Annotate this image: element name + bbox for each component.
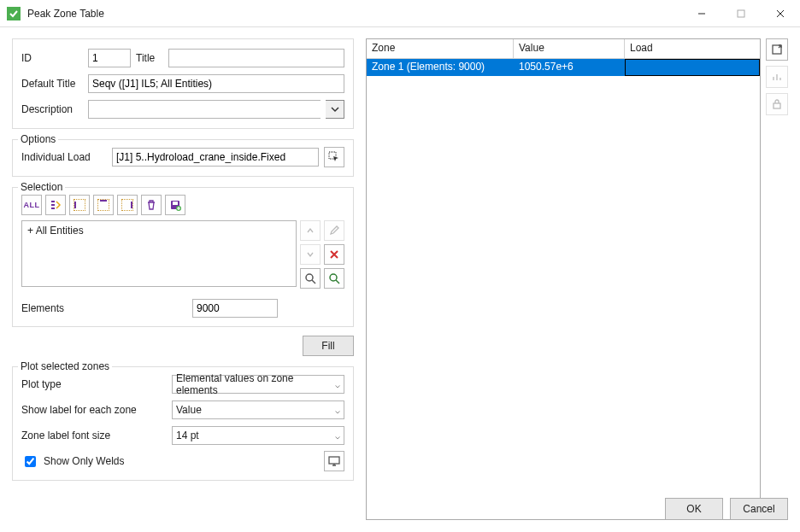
plot-legend: Plot selected zones [18, 360, 112, 372]
individual-load-label: Individual Load [21, 151, 107, 163]
zoom-highlight-button[interactable] [324, 268, 344, 289]
fill-button[interactable]: Fill [303, 336, 354, 356]
description-label: Description [21, 103, 83, 115]
title-label: Title [136, 52, 163, 64]
show-only-welds-checkbox[interactable] [25, 456, 36, 467]
options-legend: Options [18, 133, 58, 145]
lock-button [766, 93, 788, 115]
minimize-button[interactable] [682, 0, 721, 26]
chevron-up-icon [306, 226, 315, 235]
select-left-button[interactable] [69, 195, 90, 215]
elements-label: Elements [21, 302, 192, 314]
magnifier-green-icon [328, 272, 340, 284]
all-icon: ALL [24, 201, 40, 209]
plot-type-label: Plot type [21, 378, 167, 390]
select-top-button[interactable] [93, 195, 114, 215]
description-field[interactable] [88, 100, 321, 119]
selection-legend: Selection [18, 181, 65, 193]
trash-icon [145, 199, 157, 211]
move-down-button [300, 244, 321, 265]
plot-type-value: Elemental values on zone elements [176, 372, 335, 396]
font-size-label: Zone label font size [21, 430, 167, 441]
svg-point-6 [330, 274, 337, 281]
default-title-label: Default Title [21, 78, 83, 90]
options-group: Options Individual Load [12, 139, 354, 177]
app-icon [7, 7, 21, 20]
id-field[interactable] [88, 49, 131, 67]
chart-icon [771, 71, 783, 83]
zone-table[interactable]: Zone Value Load Zone 1 (Elements: 9000) … [366, 38, 761, 520]
show-label-select[interactable]: Value⌵ [172, 400, 344, 419]
chevron-down-icon: ⌵ [335, 406, 340, 415]
select-right-button[interactable] [117, 195, 138, 215]
zoom-selection-button[interactable] [300, 268, 321, 289]
font-size-select[interactable]: 14 pt⌵ [172, 426, 344, 445]
chevron-down-icon: ⌵ [335, 431, 340, 441]
zone-table-header: Zone Value Load [367, 39, 760, 59]
chart-button [766, 66, 788, 88]
elements-field[interactable] [192, 299, 278, 318]
pencil-icon [329, 225, 339, 236]
export-button[interactable] [766, 38, 788, 61]
titlebar: Peak Zone Table [0, 0, 800, 27]
move-up-button [300, 220, 321, 241]
edit-selection-button [324, 220, 344, 241]
plot-preview-button[interactable] [324, 451, 344, 471]
svg-rect-0 [738, 10, 744, 17]
id-label: ID [21, 52, 83, 64]
default-title-field [88, 74, 344, 93]
selection-group: Selection ALL + All Entities [12, 187, 354, 327]
individual-load-field [112, 148, 319, 167]
svg-rect-9 [774, 103, 780, 108]
chevron-down-icon: ⌵ [335, 380, 340, 389]
select-tree-button[interactable] [45, 195, 66, 215]
cell-zone: Zone 1 (Elements: 9000) [367, 59, 514, 76]
magnifier-dark-icon [304, 272, 316, 284]
show-label-value: Value [176, 404, 202, 416]
tree-icon [50, 199, 62, 211]
window-title: Peak Zone Table [27, 8, 104, 20]
chevron-down-icon [306, 250, 315, 259]
ok-button[interactable]: OK [665, 498, 723, 520]
select-all-button[interactable]: ALL [21, 195, 42, 215]
save-selection-button[interactable] [165, 195, 185, 215]
cancel-button[interactable]: Cancel [730, 498, 788, 520]
cell-value: 1050.57e+6 [514, 59, 625, 76]
column-load-header[interactable]: Load [625, 39, 760, 58]
selection-list-item[interactable]: + All Entities [27, 225, 291, 237]
plot-type-select[interactable]: Elemental values on zone elements⌵ [172, 375, 344, 394]
load-picker-button[interactable] [324, 147, 344, 167]
column-zone-header[interactable]: Zone [367, 39, 514, 58]
table-row[interactable]: Zone 1 (Elements: 9000) 1050.57e+6 [367, 59, 760, 76]
export-icon [771, 44, 783, 56]
close-button[interactable] [761, 0, 800, 26]
show-label-label: Show label for each zone [21, 404, 167, 416]
title-field[interactable] [168, 49, 344, 67]
description-dropdown-button[interactable] [326, 100, 344, 119]
column-value-header[interactable]: Value [514, 39, 625, 58]
svg-rect-3 [173, 202, 178, 205]
show-only-welds-label: Show Only Welds [44, 455, 124, 467]
lock-icon [771, 98, 783, 110]
svg-rect-7 [329, 457, 339, 464]
cursor-icon [328, 151, 340, 163]
save-icon [169, 199, 181, 211]
plot-group: Plot selected zones Plot type Elemental … [12, 366, 354, 481]
delete-selection-button[interactable] [141, 195, 162, 215]
remove-selection-button[interactable] [324, 244, 344, 265]
x-icon [329, 249, 339, 260]
maximize-button[interactable] [721, 0, 761, 26]
cell-load[interactable] [625, 59, 760, 76]
chevron-down-icon [331, 105, 339, 114]
selection-list[interactable]: + All Entities [21, 220, 297, 287]
identity-group: ID Title Default Title Description [12, 38, 354, 129]
font-size-value: 14 pt [176, 430, 199, 441]
svg-point-5 [306, 274, 313, 281]
monitor-icon [328, 455, 340, 467]
